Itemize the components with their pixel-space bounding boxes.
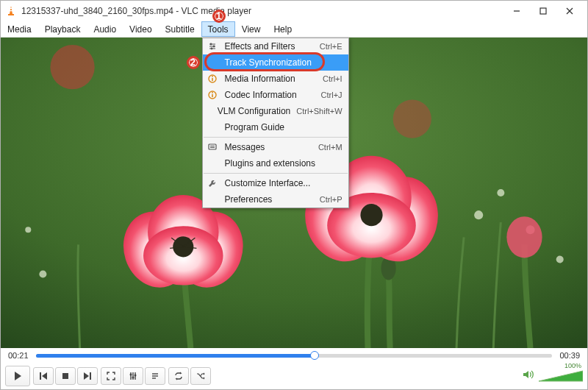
svg-point-15 bbox=[212, 76, 213, 77]
time-current: 00:21 bbox=[8, 351, 29, 360]
svg-rect-0 bbox=[8, 14, 14, 15]
equalizer-icon bbox=[129, 372, 137, 380]
menu-tools[interactable]: Tools 1 Effects and Filters Ctrl+E Track… bbox=[201, 21, 235, 37]
menu-item-label: Media Information bbox=[222, 74, 317, 84]
title-filename: 12315337-uhd_3840_2160_30fps.mp4 bbox=[21, 6, 173, 16]
menu-label: Subtitle bbox=[165, 24, 195, 35]
svg-point-56 bbox=[135, 375, 137, 377]
menu-item-track-sync[interactable]: Track Synchronization 2 bbox=[203, 54, 348, 71]
loop-button[interactable] bbox=[168, 367, 189, 385]
menu-item-shortcut: Ctrl+E bbox=[314, 42, 343, 51]
playlist-icon bbox=[151, 372, 159, 380]
menu-item-label: Program Guide bbox=[222, 122, 337, 132]
menu-item-codec-info[interactable]: Codec Information Ctrl+J bbox=[203, 87, 348, 103]
menu-view[interactable]: View bbox=[235, 21, 268, 37]
stop-icon bbox=[61, 372, 70, 380]
skip-next-icon bbox=[83, 372, 92, 380]
time-total: 00:39 bbox=[559, 351, 580, 360]
svg-point-54 bbox=[130, 374, 132, 376]
svg-point-46 bbox=[360, 204, 382, 226]
svg-rect-4 bbox=[540, 8, 546, 14]
annotation-marker-1: 1 bbox=[212, 10, 226, 23]
svg-point-11 bbox=[212, 46, 215, 48]
menu-video[interactable]: Video bbox=[123, 21, 158, 37]
svg-rect-48 bbox=[40, 372, 41, 380]
menu-separator bbox=[204, 137, 348, 138]
seek-fill bbox=[36, 354, 315, 358]
menu-item-label: Plugins and extensions bbox=[222, 158, 337, 169]
menu-item-vlm-config[interactable]: VLM Configuration Ctrl+Shift+W bbox=[203, 103, 348, 119]
svg-rect-19 bbox=[209, 144, 216, 149]
svg-point-30 bbox=[25, 227, 31, 233]
volume-slider[interactable]: 100% bbox=[539, 369, 583, 383]
speaker-icon[interactable] bbox=[523, 369, 534, 383]
seek-thumb[interactable] bbox=[310, 351, 319, 360]
annotation-marker-2: 2 bbox=[187, 56, 200, 69]
menu-label: Media bbox=[7, 24, 32, 35]
play-button[interactable] bbox=[5, 366, 30, 386]
menu-item-plugins[interactable]: Plugins and extensions bbox=[203, 155, 348, 171]
svg-point-12 bbox=[210, 48, 212, 50]
wrench-icon bbox=[203, 179, 222, 188]
menu-item-shortcut: Ctrl+Shift+W bbox=[290, 107, 342, 116]
tools-dropdown: Effects and Filters Ctrl+E Track Synchro… bbox=[202, 38, 349, 208]
menu-item-label: Effects and Filters bbox=[222, 41, 314, 52]
seek-slider[interactable] bbox=[36, 352, 553, 358]
menubar: Media Playback Audio Video Subtitle Tool… bbox=[1, 21, 587, 38]
next-button[interactable] bbox=[77, 367, 98, 385]
menu-item-label: Messages bbox=[222, 142, 312, 152]
playlist-button[interactable] bbox=[145, 367, 165, 385]
menu-item-label: Preferences bbox=[222, 194, 314, 205]
seekbar-row: 00:21 00:39 bbox=[1, 348, 587, 363]
app-window: 12315337-uhd_3840_2160_30fps.mp4 - VLC m… bbox=[0, 0, 588, 390]
svg-rect-1 bbox=[10, 8, 12, 9]
prev-button[interactable] bbox=[33, 367, 54, 385]
menu-item-customize-interface[interactable]: Customize Interface... bbox=[203, 175, 348, 191]
svg-point-47 bbox=[506, 216, 542, 258]
fullscreen-button[interactable] bbox=[101, 367, 121, 385]
svg-point-26 bbox=[474, 210, 483, 219]
menu-item-shortcut: Ctrl+J bbox=[315, 91, 343, 99]
shuffle-button[interactable] bbox=[190, 367, 211, 385]
annotation-highlight-ellipse bbox=[204, 52, 325, 71]
svg-point-27 bbox=[497, 189, 504, 196]
menu-subtitle[interactable]: Subtitle bbox=[159, 21, 201, 37]
messages-icon bbox=[203, 143, 222, 152]
titlebar: 12315337-uhd_3840_2160_30fps.mp4 - VLC m… bbox=[1, 1, 587, 21]
menu-item-program-guide[interactable]: Program Guide bbox=[203, 119, 348, 135]
play-icon bbox=[12, 371, 23, 381]
sliders-icon bbox=[203, 42, 222, 51]
ext-settings-button[interactable] bbox=[123, 367, 143, 385]
menu-item-messages[interactable]: Messages Ctrl+M bbox=[203, 139, 348, 155]
close-button[interactable] bbox=[556, 3, 583, 19]
volume-control: 100% bbox=[523, 369, 583, 383]
info-icon bbox=[203, 91, 222, 99]
menu-media[interactable]: Media bbox=[1, 21, 38, 37]
svg-rect-50 bbox=[90, 372, 91, 380]
menu-item-preferences[interactable]: Preferences Ctrl+P bbox=[203, 191, 348, 208]
menu-item-shortcut: Ctrl+I bbox=[317, 74, 343, 83]
maximize-button[interactable] bbox=[530, 3, 556, 19]
minimize-button[interactable] bbox=[503, 3, 530, 19]
fullscreen-icon bbox=[107, 372, 115, 380]
svg-point-24 bbox=[393, 99, 431, 138]
svg-point-18 bbox=[212, 92, 213, 93]
menu-playback[interactable]: Playback bbox=[38, 21, 87, 37]
controls-bar: 100% bbox=[1, 363, 587, 389]
shuffle-icon bbox=[196, 372, 205, 380]
menu-item-media-info[interactable]: Media Information Ctrl+I bbox=[203, 71, 348, 87]
window-title: 12315337-uhd_3840_2160_30fps.mp4 - VLC m… bbox=[21, 6, 503, 16]
menu-item-label: Customize Interface... bbox=[222, 178, 337, 188]
menu-label: Audio bbox=[93, 24, 116, 35]
svg-point-29 bbox=[39, 271, 46, 278]
menu-label: Tools bbox=[208, 24, 229, 35]
menu-audio[interactable]: Audio bbox=[87, 21, 123, 37]
menu-help[interactable]: Help bbox=[267, 21, 298, 37]
menu-label: Help bbox=[273, 24, 292, 35]
menu-item-shortcut: Ctrl+P bbox=[314, 195, 343, 204]
menu-label: Video bbox=[129, 24, 151, 35]
loop-icon bbox=[174, 372, 183, 380]
stop-button[interactable] bbox=[55, 367, 76, 385]
svg-point-10 bbox=[209, 43, 212, 46]
svg-point-31 bbox=[556, 255, 564, 263]
